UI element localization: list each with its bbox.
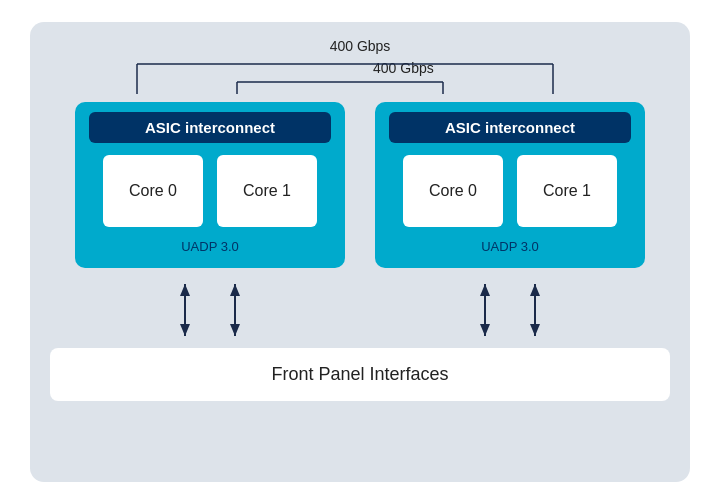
cores-row-left: Core 0 Core 1 xyxy=(103,155,317,227)
front-panel-box: Front Panel Interfaces xyxy=(50,348,670,401)
svg-marker-14 xyxy=(480,324,490,336)
core-box-right-1: Core 1 xyxy=(517,155,617,227)
core-box-left-0: Core 0 xyxy=(103,155,203,227)
arrow-right-1 xyxy=(525,284,545,336)
uadp-label-right: UADP 3.0 xyxy=(481,239,539,254)
cores-row-right: Core 0 Core 1 xyxy=(403,155,617,227)
core-box-left-1: Core 1 xyxy=(217,155,317,227)
svg-marker-10 xyxy=(230,284,240,296)
diagram-container: 400 Gbps 400 Gbps ASIC interconnect Core… xyxy=(30,22,690,482)
uadp-label-left: UADP 3.0 xyxy=(181,239,239,254)
asic-block-right: ASIC interconnect Core 0 Core 1 UADP 3.0 xyxy=(375,102,645,268)
arrow-right-0 xyxy=(475,284,495,336)
arrow-left-0 xyxy=(175,284,195,336)
front-panel-label: Front Panel Interfaces xyxy=(271,364,448,384)
svg-marker-7 xyxy=(180,284,190,296)
top-labels-area: 400 Gbps 400 Gbps xyxy=(50,38,670,98)
svg-marker-11 xyxy=(230,324,240,336)
asic-title-left: ASIC interconnect xyxy=(89,112,331,143)
svg-marker-13 xyxy=(480,284,490,296)
asic-row: ASIC interconnect Core 0 Core 1 UADP 3.0… xyxy=(50,102,670,268)
arrows-group-left xyxy=(75,284,345,336)
arrows-group-right xyxy=(375,284,645,336)
arrow-left-1 xyxy=(225,284,245,336)
svg-marker-16 xyxy=(530,284,540,296)
asic-title-right: ASIC interconnect xyxy=(389,112,631,143)
core-box-right-0: Core 0 xyxy=(403,155,503,227)
svg-marker-8 xyxy=(180,324,190,336)
bandwidth-label-inner: 400 Gbps xyxy=(373,60,434,76)
asic-block-left: ASIC interconnect Core 0 Core 1 UADP 3.0 xyxy=(75,102,345,268)
bandwidth-label-outer: 400 Gbps xyxy=(330,38,391,54)
svg-marker-17 xyxy=(530,324,540,336)
arrows-row xyxy=(50,284,670,336)
